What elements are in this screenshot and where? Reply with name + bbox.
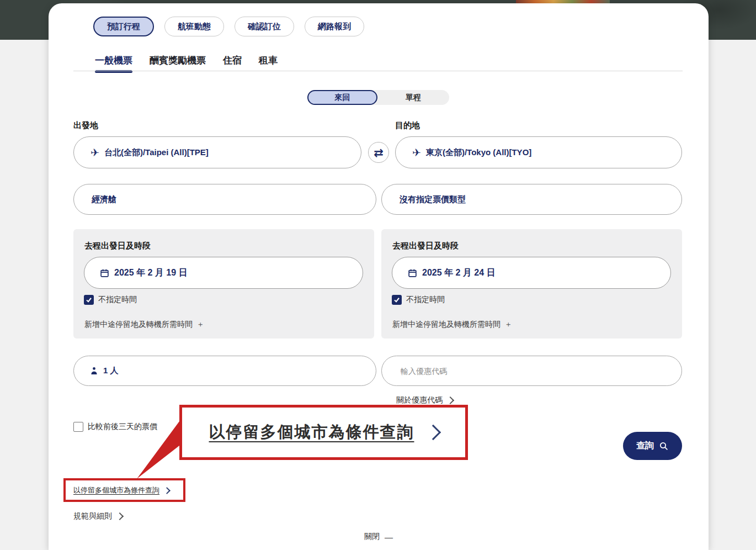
airplane-icon: ✈ — [90, 147, 99, 158]
return-date-panel: 去程出發日及時段 2025 年 2 月 24 日 不指定時間 新增中途停留地及轉… — [381, 229, 682, 339]
tabs-divider — [73, 71, 683, 71]
chevron-right-icon — [425, 425, 440, 440]
return-add-stopover-label: 新增中途停留地及轉機所需時間 — [392, 320, 501, 330]
tab-award-tickets[interactable]: 酬賓獎勵機票 — [150, 54, 206, 72]
pill-flight-status[interactable]: 航班動態 — [164, 17, 224, 36]
plus-icon: ＋ — [504, 320, 512, 330]
person-icon — [89, 366, 99, 376]
outbound-no-time-label: 不指定時間 — [98, 295, 137, 305]
cabin-class-value: 經濟艙 — [92, 194, 116, 205]
pill-online-checkin[interactable]: 網路報到 — [305, 17, 364, 36]
outbound-date-value: 2025 年 2 月 19 日 — [114, 267, 188, 279]
calendar-icon — [408, 268, 417, 278]
outbound-add-stopover-link[interactable]: 新增中途停留地及轉機所需時間 ＋ — [84, 320, 204, 330]
multicity-search-link[interactable]: 以停留多個城市為條件查詢 — [73, 485, 169, 495]
tab-car-rental[interactable]: 租車 — [259, 54, 278, 72]
pill-manage-booking[interactable]: 確認訂位 — [235, 17, 294, 36]
multicity-search-label: 以停留多個城市為條件查詢 — [73, 485, 159, 495]
return-no-time-label: 不指定時間 — [406, 295, 445, 305]
origin-field[interactable]: ✈ 台北(全部)/Taipei (All)[TPE] — [73, 136, 361, 168]
calendar-icon — [100, 268, 109, 278]
search-button[interactable]: 查詢 — [623, 432, 682, 460]
airplane-icon: ✈ — [412, 147, 421, 158]
search-button-label: 查詢 — [636, 440, 654, 452]
minus-icon: — — [385, 532, 393, 542]
outbound-date-field[interactable]: 2025 年 2 月 19 日 — [84, 257, 363, 289]
toggle-one-way[interactable]: 單程 — [377, 90, 449, 105]
return-panel-title: 去程出發日及時段 — [392, 241, 459, 251]
about-promo-code-label: 關於優惠代碼 — [396, 395, 443, 405]
swap-route-button[interactable]: ⇄ — [368, 142, 389, 163]
close-widget-link[interactable]: 關閉 — — [49, 532, 709, 542]
checkbox-checked-icon — [392, 295, 402, 305]
tab-regular-tickets[interactable]: 一般機票 — [95, 54, 132, 72]
outbound-panel-title: 去程出發日及時段 — [84, 241, 151, 251]
rules-label: 規範與細則 — [73, 511, 112, 521]
cabin-class-field[interactable]: 經濟艙 — [73, 184, 376, 215]
passengers-field[interactable]: 1 人 — [73, 356, 376, 386]
chevron-right-icon — [446, 396, 454, 404]
quick-action-pills: 預訂行程 航班動態 確認訂位 網路報到 — [93, 17, 364, 36]
close-label: 關閉 — [364, 532, 380, 542]
booking-tabs: 一般機票 酬賓獎勵機票 住宿 租車 — [95, 54, 278, 72]
outbound-date-panel: 去程出發日及時段 2025 年 2 月 19 日 不指定時間 新增中途停留地及轉… — [73, 229, 374, 339]
pill-book-trip[interactable]: 預訂行程 — [93, 17, 154, 36]
return-add-stopover-link[interactable]: 新增中途停留地及轉機所需時間 ＋ — [392, 320, 512, 330]
checkbox-unchecked-icon — [73, 422, 83, 432]
promo-code-field — [381, 356, 682, 386]
plus-icon: ＋ — [196, 320, 204, 330]
promo-code-input[interactable] — [400, 366, 656, 376]
origin-value: 台北(全部)/Taipei (All)[TPE] — [104, 147, 209, 158]
destination-field[interactable]: ✈ 東京(全部)/Tokyo (All)[TYO] — [395, 136, 682, 168]
return-date-value: 2025 年 2 月 24 日 — [422, 267, 496, 279]
swap-icon: ⇄ — [374, 147, 384, 158]
tab-hotels[interactable]: 住宿 — [223, 54, 242, 72]
trip-type-toggle: 來回 單程 — [307, 90, 449, 105]
fare-type-value: 沒有指定票價類型 — [400, 194, 466, 205]
chevron-right-icon — [116, 512, 124, 520]
outbound-no-time-checkbox[interactable]: 不指定時間 — [84, 295, 137, 305]
fare-type-field[interactable]: 沒有指定票價類型 — [381, 184, 682, 215]
passengers-value: 1 人 — [103, 366, 119, 376]
multicity-callout-link[interactable]: 以停留多個城市為條件查詢 — [209, 421, 414, 443]
rules-link[interactable]: 規範與細則 — [73, 511, 123, 521]
origin-label: 出發地 — [73, 120, 98, 131]
search-icon — [659, 441, 669, 451]
chevron-right-icon — [163, 487, 171, 494]
checkbox-checked-icon — [84, 295, 94, 305]
about-promo-code-link[interactable]: 關於優惠代碼 — [396, 395, 453, 405]
return-date-field[interactable]: 2025 年 2 月 24 日 — [392, 257, 671, 289]
multicity-callout-annotation: 以停留多個城市為條件查詢 — [179, 405, 468, 460]
toggle-round-trip[interactable]: 來回 — [307, 90, 377, 105]
destination-label: 目的地 — [395, 120, 420, 131]
outbound-add-stopover-label: 新增中途停留地及轉機所需時間 — [84, 320, 193, 330]
return-no-time-checkbox[interactable]: 不指定時間 — [392, 295, 445, 305]
destination-value: 東京(全部)/Tokyo (All)[TYO] — [426, 147, 531, 158]
